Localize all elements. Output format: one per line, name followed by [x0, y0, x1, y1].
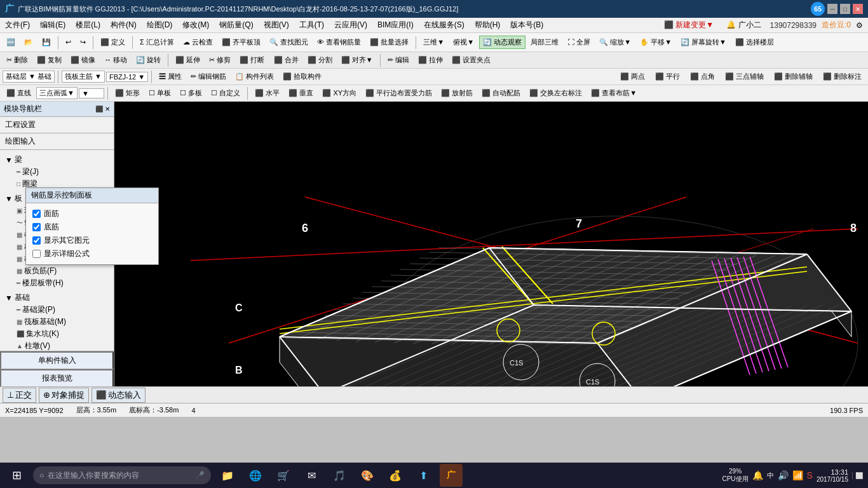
mirror-btn[interactable]: ⬛ 镜像 [67, 53, 99, 67]
define-btn[interactable]: ⬛ 定义 [97, 36, 129, 49]
taskbar-app-paint[interactable]: 🎨 [356, 464, 379, 487]
single-component-input-btn[interactable]: 单构件输入 [0, 351, 114, 369]
taskbar-app-browser[interactable]: 🌐 [244, 464, 267, 487]
menu-rebar-qty[interactable]: 钢筋量(Q) [214, 18, 258, 32]
menu-file[interactable]: 文件(F) [0, 18, 35, 32]
show-elements-checkbox[interactable] [32, 236, 41, 245]
merge-btn[interactable]: ⬛ 合并 [270, 53, 302, 67]
local-3d-btn[interactable]: 局部三维 [527, 36, 562, 49]
swap-annotation-btn[interactable]: ⬛ 交换左右标注 [526, 86, 586, 100]
zoom-btn[interactable]: 🔍 缩放▼ [595, 36, 635, 49]
component-dropdown[interactable]: FBZJ-12 ▼ [106, 72, 148, 82]
dynamic-input-btn[interactable]: ⬛ 动态输入 [92, 388, 146, 403]
multi-slab-btn[interactable]: ☐ 多板 [176, 86, 206, 100]
menu-floor[interactable]: 楼层(L) [71, 18, 105, 32]
fullscreen-btn[interactable]: ⛶ 全屏 [564, 36, 594, 49]
taskbar-app-store[interactable]: 🛒 [272, 464, 295, 487]
arc-dropdown[interactable]: 三点画弧▼ [36, 87, 78, 99]
maximize-btn[interactable]: □ [840, 4, 850, 14]
top-view-btn[interactable]: 俯视▼ [449, 36, 478, 49]
snap-btn[interactable]: ⊕ 对象捕捉 [39, 388, 89, 403]
beam-header[interactable]: ▼ 梁 [4, 154, 110, 166]
save-btn[interactable]: 💾 [38, 36, 55, 48]
line-btn[interactable]: ⬛ 直线 [3, 86, 35, 100]
tree-item-found-beam[interactable]: ━基础梁(P) [4, 304, 110, 316]
pan-btn[interactable]: ✋ 平移▼ [636, 36, 675, 49]
menu-cloud[interactable]: 云应用(V) [329, 18, 372, 32]
tree-item-raft-found[interactable]: ▦筏板基础(M) [4, 316, 110, 328]
parallel-edge-btn[interactable]: ⬛ 平行边布置受力筋 [362, 86, 436, 100]
layer-dropdown[interactable]: 基础层 ▼ 基础 [3, 71, 55, 83]
3d-btn[interactable]: 三维▼ [419, 36, 448, 49]
canvas-area[interactable]: 6 7 8 C B A A1 FBZJ FBZJ C1S C1S Z Y [114, 102, 868, 386]
menu-view[interactable]: 视图(V) [259, 18, 294, 32]
trim-btn[interactable]: ✂ 修剪 [205, 53, 234, 67]
show-formula-checkbox[interactable] [32, 250, 41, 258]
edit-btn[interactable]: ✏ 编辑 [384, 53, 413, 67]
view-rebar-btn[interactable]: ⬛ 查看布筋▼ [587, 86, 641, 100]
copy-btn[interactable]: ⬛ 复制 [33, 53, 65, 67]
taskbar-app-upload[interactable]: ⬆ [412, 464, 435, 487]
horizontal-btn[interactable]: ⬛ 水平 [251, 86, 283, 100]
split-btn[interactable]: ⬛ 分割 [304, 53, 336, 67]
tree-item-column-buttress[interactable]: ▲柱墩(V) [4, 340, 110, 351]
search-bar[interactable]: ○ 在这里输入你要搜索的内容 🎤 [33, 466, 211, 484]
stretch-btn[interactable]: ⬛ 拉伸 [414, 53, 447, 67]
edit-rebar-btn[interactable]: ✏ 编辑钢筋 [187, 70, 230, 83]
view-rebar-qty-btn[interactable]: 👁 查看钢筋量 [313, 36, 365, 49]
foundation-header[interactable]: ▼ 基础 [4, 292, 110, 304]
drawing-input[interactable]: 绘图输入 [0, 133, 114, 150]
menu-component[interactable]: 构件(N) [105, 18, 142, 32]
network-icon[interactable]: 📶 [792, 470, 803, 480]
notification-icon[interactable]: 🔔 [752, 470, 763, 480]
guang-xiao-er-btn[interactable]: 🔔 广小二 [722, 18, 764, 32]
single-slab-btn[interactable]: ☐ 单板 [145, 86, 175, 100]
tree-item-sump[interactable]: ⬛集水坑(K) [4, 328, 110, 340]
delete-btn[interactable]: ✂ 删除 [3, 53, 32, 67]
taskbar-app-music[interactable]: 🎵 [328, 464, 351, 487]
rect-btn[interactable]: ⬛ 矩形 [111, 86, 144, 100]
menu-tools[interactable]: 工具(T) [294, 18, 329, 32]
show-desktop-btn[interactable]: ⬜ [852, 472, 863, 479]
menu-online[interactable]: 在线服务(S) [419, 18, 470, 32]
start-button[interactable]: ⊞ [5, 464, 28, 487]
bottom-rebar-checkbox[interactable] [32, 223, 41, 231]
menu-version[interactable]: 版本号(B) [505, 18, 548, 32]
taskbar-app-money[interactable]: 💰 [384, 464, 407, 487]
rebar-option-show-formula[interactable]: 显示详细公式 [32, 247, 152, 261]
taskbar-app-explorer[interactable]: 📁 [216, 464, 239, 487]
menu-bim[interactable]: BIM应用(I) [372, 18, 419, 32]
rebar-type-dropdown[interactable]: 筏板主筋 ▼ [62, 71, 105, 83]
set-grip-btn[interactable]: ⬛ 设置夹点 [448, 53, 494, 67]
screen-rotate-btn[interactable]: 🔄 屏幕旋转▼ [677, 36, 730, 49]
radial-rebar-btn[interactable]: ⬛ 放射筋 [437, 86, 477, 100]
delete-dim-btn[interactable]: ⬛ 删除标注 [819, 70, 865, 83]
menu-edit[interactable]: 编辑(E) [35, 18, 71, 32]
settings-icon[interactable]: ⚙ [856, 21, 863, 30]
property-btn[interactable]: ☰ 属性 [155, 70, 186, 83]
extend-btn[interactable]: ⬛ 延伸 [172, 53, 204, 67]
ime-indicator[interactable]: 中 [767, 471, 774, 480]
move-btn[interactable]: ↔ 移动 [100, 53, 131, 67]
xy-direction-btn[interactable]: ⬛ XY方向 [318, 86, 360, 100]
taskbar-app-mail[interactable]: ✉ [300, 464, 323, 487]
two-point-btn[interactable]: ⬛ 两点 [616, 70, 649, 83]
dynamic-view-btn[interactable]: 🔄 动态观察 [479, 36, 526, 49]
delete-axis-btn[interactable]: ⬛ 删除辅轴 [770, 70, 817, 83]
cloud-check-btn[interactable]: ☁ 云检查 [179, 36, 217, 49]
new-change-btn[interactable]: ⬛ 新建变更▼ [660, 18, 717, 32]
top-rebar-checkbox[interactable] [32, 210, 41, 218]
open-btn[interactable]: 📂 [20, 36, 37, 48]
ortho-btn[interactable]: ⊥ 正交 [3, 388, 36, 403]
minimize-btn[interactable]: ─ [827, 4, 837, 14]
custom-btn[interactable]: ☐ 自定义 [207, 86, 244, 100]
sum-calc-btn[interactable]: Σ 汇总计算 [136, 36, 178, 49]
menu-modify[interactable]: 修改(M) [177, 18, 214, 32]
taskbar-app-glodon[interactable]: 广 [440, 464, 463, 487]
tree-item-floor-slab-band[interactable]: ━楼层板带(H) [4, 277, 110, 289]
auto-config-btn[interactable]: ⬛ 自动配筋 [478, 86, 524, 100]
align-btn[interactable]: ⬛ 对齐▼ [337, 53, 377, 67]
report-preview-btn[interactable]: 报表预览 [0, 369, 114, 386]
rebar-option-bottom[interactable]: 底筋 [32, 220, 152, 234]
close-btn[interactable]: ✕ [853, 4, 863, 14]
